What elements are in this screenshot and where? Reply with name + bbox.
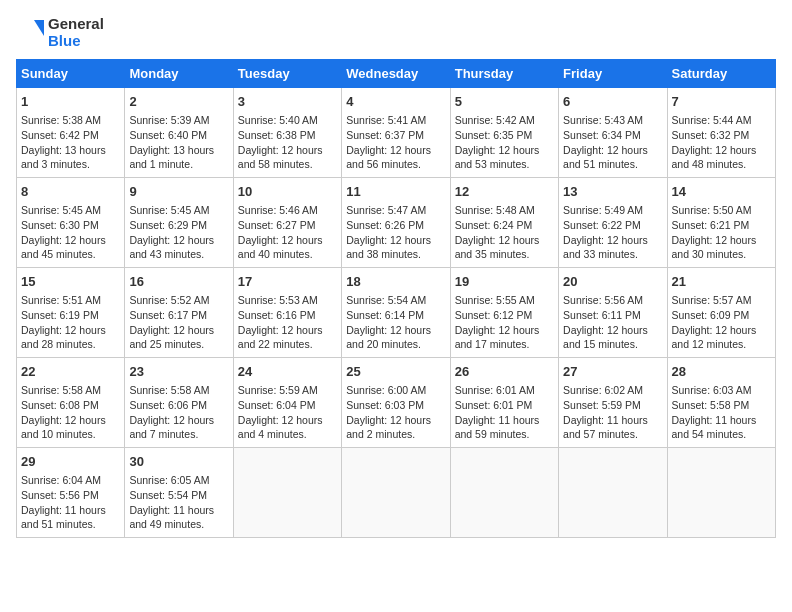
svg-marker-1 xyxy=(34,20,44,36)
calendar-cell: 5Sunrise: 5:42 AM Sunset: 6:35 PM Daylig… xyxy=(450,88,558,178)
day-info: Sunrise: 5:53 AM Sunset: 6:16 PM Dayligh… xyxy=(238,293,337,352)
weekday-header-friday: Friday xyxy=(559,60,667,88)
day-info: Sunrise: 6:04 AM Sunset: 5:56 PM Dayligh… xyxy=(21,473,120,532)
calendar-cell: 7Sunrise: 5:44 AM Sunset: 6:32 PM Daylig… xyxy=(667,88,775,178)
calendar-week-3: 15Sunrise: 5:51 AM Sunset: 6:19 PM Dayli… xyxy=(17,268,776,358)
calendar-cell: 13Sunrise: 5:49 AM Sunset: 6:22 PM Dayli… xyxy=(559,178,667,268)
day-info: Sunrise: 5:47 AM Sunset: 6:26 PM Dayligh… xyxy=(346,203,445,262)
day-number: 4 xyxy=(346,93,445,111)
calendar-cell xyxy=(233,448,341,538)
weekday-header-wednesday: Wednesday xyxy=(342,60,450,88)
logo-general-text: General xyxy=(48,16,104,33)
calendar-cell: 27Sunrise: 6:02 AM Sunset: 5:59 PM Dayli… xyxy=(559,358,667,448)
day-number: 27 xyxy=(563,363,662,381)
day-number: 12 xyxy=(455,183,554,201)
calendar-cell: 26Sunrise: 6:01 AM Sunset: 6:01 PM Dayli… xyxy=(450,358,558,448)
calendar-cell: 30Sunrise: 6:05 AM Sunset: 5:54 PM Dayli… xyxy=(125,448,233,538)
day-info: Sunrise: 6:00 AM Sunset: 6:03 PM Dayligh… xyxy=(346,383,445,442)
calendar-cell: 25Sunrise: 6:00 AM Sunset: 6:03 PM Dayli… xyxy=(342,358,450,448)
day-info: Sunrise: 5:40 AM Sunset: 6:38 PM Dayligh… xyxy=(238,113,337,172)
day-info: Sunrise: 5:55 AM Sunset: 6:12 PM Dayligh… xyxy=(455,293,554,352)
calendar-cell: 2Sunrise: 5:39 AM Sunset: 6:40 PM Daylig… xyxy=(125,88,233,178)
weekday-header-tuesday: Tuesday xyxy=(233,60,341,88)
day-info: Sunrise: 5:52 AM Sunset: 6:17 PM Dayligh… xyxy=(129,293,228,352)
day-number: 28 xyxy=(672,363,771,381)
day-info: Sunrise: 6:05 AM Sunset: 5:54 PM Dayligh… xyxy=(129,473,228,532)
calendar-cell: 14Sunrise: 5:50 AM Sunset: 6:21 PM Dayli… xyxy=(667,178,775,268)
calendar-cell: 12Sunrise: 5:48 AM Sunset: 6:24 PM Dayli… xyxy=(450,178,558,268)
calendar-cell: 15Sunrise: 5:51 AM Sunset: 6:19 PM Dayli… xyxy=(17,268,125,358)
day-info: Sunrise: 5:45 AM Sunset: 6:29 PM Dayligh… xyxy=(129,203,228,262)
page-header: General Blue xyxy=(16,16,776,49)
logo-icon xyxy=(16,18,46,48)
day-info: Sunrise: 5:41 AM Sunset: 6:37 PM Dayligh… xyxy=(346,113,445,172)
day-info: Sunrise: 5:38 AM Sunset: 6:42 PM Dayligh… xyxy=(21,113,120,172)
weekday-row: SundayMondayTuesdayWednesdayThursdayFrid… xyxy=(17,60,776,88)
calendar-body: 1Sunrise: 5:38 AM Sunset: 6:42 PM Daylig… xyxy=(17,88,776,538)
calendar-cell xyxy=(450,448,558,538)
calendar-table: SundayMondayTuesdayWednesdayThursdayFrid… xyxy=(16,59,776,538)
calendar-cell: 9Sunrise: 5:45 AM Sunset: 6:29 PM Daylig… xyxy=(125,178,233,268)
day-number: 8 xyxy=(21,183,120,201)
logo: General Blue xyxy=(16,16,104,49)
day-number: 1 xyxy=(21,93,120,111)
calendar-cell: 21Sunrise: 5:57 AM Sunset: 6:09 PM Dayli… xyxy=(667,268,775,358)
day-info: Sunrise: 5:46 AM Sunset: 6:27 PM Dayligh… xyxy=(238,203,337,262)
day-number: 13 xyxy=(563,183,662,201)
day-number: 26 xyxy=(455,363,554,381)
weekday-header-saturday: Saturday xyxy=(667,60,775,88)
day-info: Sunrise: 5:57 AM Sunset: 6:09 PM Dayligh… xyxy=(672,293,771,352)
day-info: Sunrise: 5:50 AM Sunset: 6:21 PM Dayligh… xyxy=(672,203,771,262)
calendar-cell: 11Sunrise: 5:47 AM Sunset: 6:26 PM Dayli… xyxy=(342,178,450,268)
calendar-cell xyxy=(667,448,775,538)
day-info: Sunrise: 5:42 AM Sunset: 6:35 PM Dayligh… xyxy=(455,113,554,172)
day-number: 15 xyxy=(21,273,120,291)
calendar-cell: 28Sunrise: 6:03 AM Sunset: 5:58 PM Dayli… xyxy=(667,358,775,448)
day-info: Sunrise: 5:56 AM Sunset: 6:11 PM Dayligh… xyxy=(563,293,662,352)
calendar-cell: 8Sunrise: 5:45 AM Sunset: 6:30 PM Daylig… xyxy=(17,178,125,268)
day-info: Sunrise: 5:51 AM Sunset: 6:19 PM Dayligh… xyxy=(21,293,120,352)
logo-blue-text: Blue xyxy=(48,33,104,50)
weekday-header-sunday: Sunday xyxy=(17,60,125,88)
calendar-week-1: 1Sunrise: 5:38 AM Sunset: 6:42 PM Daylig… xyxy=(17,88,776,178)
day-number: 11 xyxy=(346,183,445,201)
day-info: Sunrise: 6:01 AM Sunset: 6:01 PM Dayligh… xyxy=(455,383,554,442)
day-number: 3 xyxy=(238,93,337,111)
calendar-cell: 20Sunrise: 5:56 AM Sunset: 6:11 PM Dayli… xyxy=(559,268,667,358)
calendar-cell: 16Sunrise: 5:52 AM Sunset: 6:17 PM Dayli… xyxy=(125,268,233,358)
weekday-header-thursday: Thursday xyxy=(450,60,558,88)
day-info: Sunrise: 5:44 AM Sunset: 6:32 PM Dayligh… xyxy=(672,113,771,172)
calendar-week-4: 22Sunrise: 5:58 AM Sunset: 6:08 PM Dayli… xyxy=(17,358,776,448)
day-number: 17 xyxy=(238,273,337,291)
day-number: 2 xyxy=(129,93,228,111)
day-number: 22 xyxy=(21,363,120,381)
day-number: 29 xyxy=(21,453,120,471)
day-number: 25 xyxy=(346,363,445,381)
day-number: 19 xyxy=(455,273,554,291)
calendar-week-2: 8Sunrise: 5:45 AM Sunset: 6:30 PM Daylig… xyxy=(17,178,776,268)
day-info: Sunrise: 5:58 AM Sunset: 6:06 PM Dayligh… xyxy=(129,383,228,442)
calendar-week-5: 29Sunrise: 6:04 AM Sunset: 5:56 PM Dayli… xyxy=(17,448,776,538)
day-info: Sunrise: 6:02 AM Sunset: 5:59 PM Dayligh… xyxy=(563,383,662,442)
calendar-cell xyxy=(559,448,667,538)
calendar-cell: 23Sunrise: 5:58 AM Sunset: 6:06 PM Dayli… xyxy=(125,358,233,448)
day-info: Sunrise: 5:59 AM Sunset: 6:04 PM Dayligh… xyxy=(238,383,337,442)
calendar-cell: 24Sunrise: 5:59 AM Sunset: 6:04 PM Dayli… xyxy=(233,358,341,448)
day-number: 24 xyxy=(238,363,337,381)
calendar-cell: 18Sunrise: 5:54 AM Sunset: 6:14 PM Dayli… xyxy=(342,268,450,358)
day-info: Sunrise: 5:58 AM Sunset: 6:08 PM Dayligh… xyxy=(21,383,120,442)
day-info: Sunrise: 5:39 AM Sunset: 6:40 PM Dayligh… xyxy=(129,113,228,172)
day-info: Sunrise: 5:43 AM Sunset: 6:34 PM Dayligh… xyxy=(563,113,662,172)
weekday-header-monday: Monday xyxy=(125,60,233,88)
day-info: Sunrise: 5:45 AM Sunset: 6:30 PM Dayligh… xyxy=(21,203,120,262)
day-number: 7 xyxy=(672,93,771,111)
day-number: 18 xyxy=(346,273,445,291)
day-info: Sunrise: 5:49 AM Sunset: 6:22 PM Dayligh… xyxy=(563,203,662,262)
calendar-cell: 3Sunrise: 5:40 AM Sunset: 6:38 PM Daylig… xyxy=(233,88,341,178)
calendar-cell: 10Sunrise: 5:46 AM Sunset: 6:27 PM Dayli… xyxy=(233,178,341,268)
calendar-cell xyxy=(342,448,450,538)
calendar-header: SundayMondayTuesdayWednesdayThursdayFrid… xyxy=(17,60,776,88)
day-number: 9 xyxy=(129,183,228,201)
calendar-cell: 17Sunrise: 5:53 AM Sunset: 6:16 PM Dayli… xyxy=(233,268,341,358)
day-number: 5 xyxy=(455,93,554,111)
